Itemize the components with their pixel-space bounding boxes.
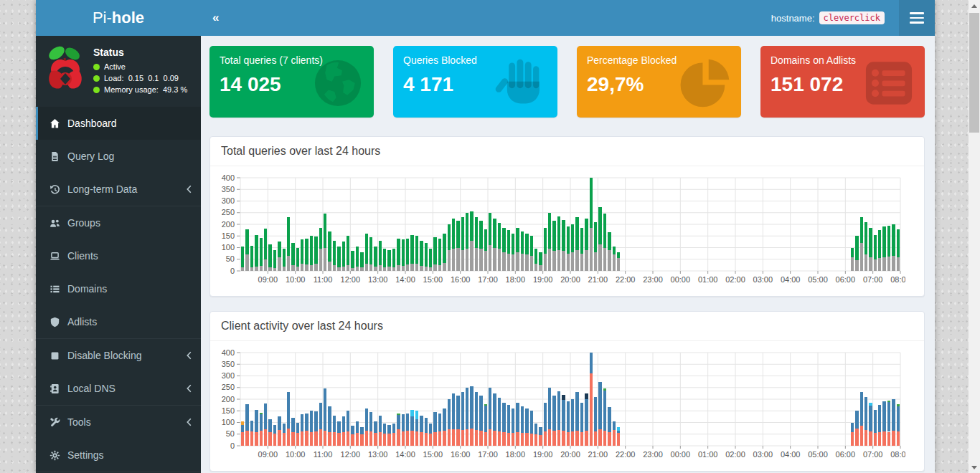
- brand-logo[interactable]: Pi-hole: [36, 0, 201, 36]
- svg-text:14:00: 14:00: [395, 450, 415, 459]
- chevron-left-icon: [186, 351, 192, 360]
- svg-text:15:00: 15:00: [423, 450, 443, 459]
- svg-text:07:00: 07:00: [863, 275, 883, 284]
- svg-text:13:00: 13:00: [368, 450, 388, 459]
- raspberry-logo: [44, 45, 86, 98]
- sidebar-link-query-log[interactable]: Query Log: [36, 140, 201, 173]
- svg-text:13:00: 13:00: [368, 275, 388, 284]
- sidebar-collapse-button[interactable]: «: [201, 0, 230, 36]
- svg-text:17:00: 17:00: [478, 450, 498, 459]
- sidebar-item-label: Settings: [67, 449, 104, 461]
- svg-text:16:00: 16:00: [451, 450, 471, 459]
- svg-text:02:00: 02:00: [725, 275, 745, 284]
- address-book-icon: [49, 383, 60, 394]
- svg-text:06:00: 06:00: [836, 275, 856, 284]
- svg-text:14:00: 14:00: [395, 275, 415, 284]
- svg-text:04:00: 04:00: [781, 450, 801, 459]
- svg-text:04:00: 04:00: [781, 275, 801, 284]
- status-row: Load: 0.15 0.1 0.09: [93, 74, 187, 82]
- hostname-display: hostname: cleverclick: [771, 11, 885, 24]
- summary-cards: Total queries (7 clients)14 025Queries B…: [209, 46, 925, 118]
- svg-text:22:00: 22:00: [616, 450, 636, 459]
- total-queries-panel: Total queries over last 24 hours 0501001…: [209, 136, 925, 297]
- percentage-blocked-card: Percentage Blocked29,7%: [577, 46, 741, 118]
- svg-text:07:00: 07:00: [863, 450, 883, 459]
- scrollbar-up-arrow-icon[interactable]: [969, 0, 980, 11]
- home-icon: [49, 118, 60, 129]
- sidebar-item-label: Local DNS: [67, 383, 116, 394]
- sidebar-menu: DashboardQuery LogLong-term DataGroupsCl…: [36, 107, 201, 473]
- svg-text:08:00: 08:00: [890, 450, 905, 459]
- svg-text:22:00: 22:00: [616, 275, 636, 284]
- scrollbar-down-arrow-icon[interactable]: [969, 462, 980, 473]
- sidebar-link-disable-blocking[interactable]: Disable Blocking: [36, 339, 201, 372]
- svg-text:15:00: 15:00: [423, 275, 443, 284]
- sidebar-link-long-term-data[interactable]: Long-term Data: [36, 173, 201, 206]
- hamburger-menu-button[interactable]: [899, 0, 935, 36]
- sidebar-item-groups: Groups: [36, 206, 201, 239]
- status-dot-icon: [93, 87, 100, 93]
- sidebar-link-settings[interactable]: Settings: [36, 439, 201, 472]
- svg-text:09:00: 09:00: [258, 275, 278, 284]
- svg-text:200: 200: [222, 220, 235, 229]
- brand-pre: Pi-: [93, 9, 112, 27]
- svg-text:02:00: 02:00: [725, 450, 745, 459]
- svg-text:250: 250: [222, 208, 235, 216]
- sidebar-item-label: Clients: [67, 250, 98, 262]
- svg-text:06:00: 06:00: [836, 450, 856, 459]
- sidebar-item-label: Disable Blocking: [67, 350, 142, 361]
- svg-text:12:00: 12:00: [341, 450, 361, 459]
- hostname-label: hostname:: [771, 13, 815, 24]
- file-icon: [49, 150, 60, 162]
- hostname-value-badge: cleverclick: [819, 11, 885, 24]
- chevron-left-icon: [186, 185, 192, 194]
- gear-icon: [49, 449, 60, 461]
- svg-text:03:00: 03:00: [753, 275, 773, 284]
- sidebar-link-dashboard[interactable]: Dashboard: [36, 107, 201, 140]
- svg-text:21:00: 21:00: [588, 275, 608, 284]
- svg-text:10:00: 10:00: [286, 275, 306, 284]
- svg-text:50: 50: [226, 254, 235, 263]
- sidebar-link-domains[interactable]: Domains: [36, 272, 201, 305]
- svg-text:150: 150: [222, 406, 235, 415]
- svg-text:100: 100: [222, 243, 235, 252]
- svg-text:300: 300: [222, 371, 235, 380]
- sidebar-item-domains: Domains: [36, 272, 201, 305]
- svg-text:400: 400: [222, 350, 235, 357]
- sidebar-link-clients[interactable]: Clients: [36, 239, 201, 272]
- total-queries-panel-title: Total queries over last 24 hours: [210, 137, 924, 166]
- sidebar-item-long-term-data: Long-term Data: [36, 173, 201, 206]
- main-content: Total queries (7 clients)14 025Queries B…: [201, 36, 935, 473]
- chevron-left-icon: [186, 384, 192, 393]
- double-angle-left-icon: «: [212, 11, 219, 25]
- svg-text:18:00: 18:00: [506, 275, 526, 284]
- svg-text:23:00: 23:00: [643, 275, 663, 284]
- sidebar-item-query-log: Query Log: [36, 140, 201, 173]
- sidebar-link-adlists[interactable]: Adlists: [36, 305, 201, 338]
- svg-text:0: 0: [230, 441, 235, 450]
- sidebar-item-settings: Settings: [36, 439, 201, 472]
- sidebar-link-local-dns[interactable]: Local DNS: [36, 372, 201, 405]
- status-dot-icon: [93, 64, 100, 70]
- sidebar-link-groups[interactable]: Groups: [36, 206, 201, 239]
- svg-text:00:00: 00:00: [671, 275, 691, 284]
- browser-scrollbar[interactable]: [969, 0, 980, 473]
- sidebar-link-tools[interactable]: Tools: [36, 406, 201, 439]
- svg-text:08:00: 08:00: [890, 275, 905, 284]
- sidebar-item-label: Dashboard: [67, 118, 117, 129]
- total-queries-chart[interactable]: 05010015020025030035040009:0010:0011:001…: [210, 166, 924, 296]
- domains-on-adlists-card: Domains on Adlists151 072: [760, 46, 925, 118]
- svg-text:20:00: 20:00: [560, 275, 580, 284]
- svg-text:11:00: 11:00: [314, 450, 333, 459]
- sidebar-item-label: Tools: [67, 416, 91, 428]
- pihole-admin-window: Pi-hole « hostname: cleverclick: [36, 0, 935, 473]
- svg-text:0: 0: [230, 267, 235, 275]
- hand-icon: [494, 56, 549, 110]
- svg-text:19:00: 19:00: [533, 450, 553, 459]
- client-activity-chart[interactable]: 05010015020025030035040009:0010:0011:001…: [210, 341, 924, 471]
- svg-text:18:00: 18:00: [506, 450, 526, 459]
- client-activity-panel-title: Client activity over last 24 hours: [210, 312, 924, 341]
- scrollbar-thumb[interactable]: [969, 13, 979, 133]
- sidebar-item-clients: Clients: [36, 239, 201, 272]
- svg-text:300: 300: [222, 196, 235, 205]
